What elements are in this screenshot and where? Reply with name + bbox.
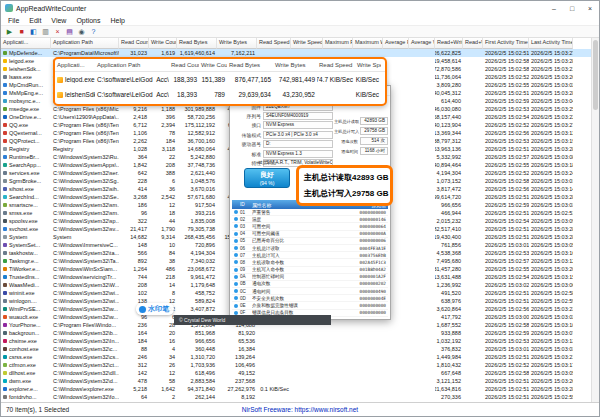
status-dot-icon <box>234 232 238 236</box>
app-icon <box>3 107 7 111</box>
table-row[interactable]: chsime.exeC:\Windows\System32\In...18416… <box>1 337 591 345</box>
cell: 3,268 <box>119 194 149 200</box>
cell: 2026/2/5 15:03:16 <box>529 250 573 256</box>
menu-file[interactable]: File <box>3 17 24 24</box>
cell: 2026/2/5 15:02:55 <box>483 162 529 168</box>
save-icon[interactable]: ◧ <box>29 27 38 36</box>
column-header-0[interactable]: Applicati... <box>1 38 51 49</box>
table-row[interactable]: ctfmon.exeC:\Windows\System32\ct...31226… <box>1 361 591 369</box>
cell: C:\Windows\System32\dll... <box>51 370 119 376</box>
cell: 4 <box>149 346 177 352</box>
cell: smartscre... <box>1 202 51 208</box>
diskinfo-fields: 固件2B2QEXM7序列号S4EUNF0M4000919接口NVM Expres… <box>233 102 333 168</box>
minimize-button[interactable]: – <box>545 1 563 15</box>
total-write-value: 29758 GB <box>352 189 388 198</box>
app-icon <box>3 323 7 327</box>
nirsoft-link[interactable]: NirSoft Freeware: https://www.nirsoft.ne… <box>1 406 599 413</box>
column-header-15[interactable]: Last Activity Time <box>529 38 573 49</box>
menu-help[interactable]: Help <box>106 17 130 24</box>
table-row[interactable]: dllhost.exeC:\Windows\System32\dll...142… <box>1 369 591 377</box>
cell: 1,310,720 <box>177 354 217 360</box>
callout-cell: 188,393 <box>169 76 199 83</box>
table-row[interactable]: csrss.exeC:\Windows\System32\cs...246341… <box>1 353 591 361</box>
table-row[interactable]: MpDefende...C:\ProgramData\Microsoft\W..… <box>1 49 591 57</box>
cell: 2026/2/5 15:03:11 <box>529 130 573 136</box>
app-icon <box>3 355 7 359</box>
cell: 3,407,872 <box>177 306 217 312</box>
cell: 22 <box>149 154 177 160</box>
table-row[interactable]: explorer.e...C:\Windows\explorer.exe5,21… <box>1 385 591 393</box>
smart-raw-value: 001B8D04A2 <box>342 267 388 272</box>
cell: 82,517,410 <box>435 226 463 232</box>
field-label: 传输模式 <box>233 132 263 138</box>
help-icon[interactable]: ? <box>89 27 98 36</box>
cell: 2026/2/5 15:02:59 <box>483 202 529 208</box>
cell: QQexternal... <box>1 130 51 136</box>
cell: 1,264 <box>119 266 149 272</box>
menu-options[interactable]: Options <box>71 17 105 24</box>
cell: 360,448 <box>177 346 217 352</box>
cell: 667,648 <box>435 370 463 376</box>
cell: C:\Windows\System32\In... <box>51 338 119 344</box>
column-header-4[interactable]: Read Bytes <box>177 38 217 49</box>
table-row[interactable]: backgroun...C:\Windows\System32\b...1642… <box>1 329 591 337</box>
column-header-13[interactable]: Read+W... <box>463 38 483 49</box>
cell: C:\Windows\SystemApps\... <box>51 162 119 168</box>
cell: 2026/2/5 15:03:02 <box>529 82 573 88</box>
cell: 57,671,680 <box>177 194 217 200</box>
scrollbar-thumb[interactable] <box>593 40 598 110</box>
menu-view[interactable]: View <box>46 17 71 24</box>
column-header-10[interactable]: Average Re... <box>383 38 409 49</box>
field-value: 514 次 <box>360 137 388 145</box>
cell: 228 <box>119 178 149 184</box>
health-status-button[interactable]: 良好 (94 %) <box>244 168 290 188</box>
total-write-label: 主机总计写入 <box>304 188 352 199</box>
vertical-scrollbar[interactable] <box>591 38 599 402</box>
column-header-12[interactable]: Read+Writ... <box>435 38 463 49</box>
cell: 2026/2/5 15:03:23 <box>529 306 573 312</box>
play-icon[interactable]: ▶ <box>5 27 14 36</box>
smart-name: 介质和数据完整性错误 <box>252 303 342 308</box>
app-icon <box>3 139 7 143</box>
smart-id: 02 <box>240 217 252 222</box>
smart-row: 08主机读取命令数002A45F1C3 <box>232 259 388 266</box>
cell: 2026/2/5 15:02:58 <box>483 322 529 328</box>
column-header-7[interactable]: Write Speed <box>291 38 323 49</box>
properties-icon[interactable]: ▤ <box>65 27 74 36</box>
column-header-6[interactable]: Read Speed <box>257 38 291 49</box>
callout-cell: 742,981,449 <box>273 76 317 83</box>
cell: 2026/2/5 15:02:51 <box>483 298 529 304</box>
cell: 2026/2/5 15:02:51 <box>483 394 529 400</box>
cell: 1,449,984 <box>435 354 463 360</box>
column-header-8[interactable]: Maximum Re... <box>323 38 353 49</box>
table-row[interactable]: conhost.exeC:\Windows\System32\c...88436… <box>1 345 591 353</box>
close-button[interactable]: × <box>581 1 599 15</box>
find-icon[interactable]: ◉ <box>77 27 86 36</box>
copy-icon[interactable]: ▥ <box>41 27 50 36</box>
cell: 139,264 <box>217 354 257 360</box>
column-header-2[interactable]: Read Count <box>119 38 149 49</box>
menu-edit[interactable]: Edit <box>24 17 46 24</box>
cell: C:\Program Files (x86)\Ten... <box>51 122 119 128</box>
delete-icon[interactable]: × <box>53 27 62 36</box>
smart-row: 0C通电时间0000000490 <box>232 288 388 295</box>
table-header: Applicati...Application PathRead CountWr… <box>1 38 591 49</box>
table-row[interactable]: fontdrvho...C:\Windows\System32\fo...642… <box>1 393 591 401</box>
cell: svchost.exe <box>1 226 51 232</box>
cell: 1,340,045,312 <box>435 90 463 96</box>
cell: 761,856 <box>435 242 463 248</box>
stop-icon[interactable]: ■ <box>17 27 26 36</box>
table-row[interactable]: dwm.exeC:\Windows\System32\d...478582,88… <box>1 377 591 385</box>
cell: C:\Windows\System32\ser... <box>51 170 119 176</box>
column-header-1[interactable]: Application Path <box>51 38 119 49</box>
maximize-button[interactable]: □ <box>563 1 581 15</box>
column-header-9[interactable]: Maximum W... <box>353 38 383 49</box>
cell: 142 <box>119 370 149 376</box>
column-header-5[interactable]: Write Bytes <box>217 38 257 49</box>
column-header-11[interactable]: Average W... <box>409 38 435 49</box>
column-header-14[interactable]: First Activity Time <box>483 38 529 49</box>
cell: 7,340,032 <box>177 258 217 264</box>
cell: TrustedIns... <box>1 274 51 280</box>
column-header-3[interactable]: Write Count <box>149 38 177 49</box>
cell: mobsync.e... <box>1 98 51 104</box>
